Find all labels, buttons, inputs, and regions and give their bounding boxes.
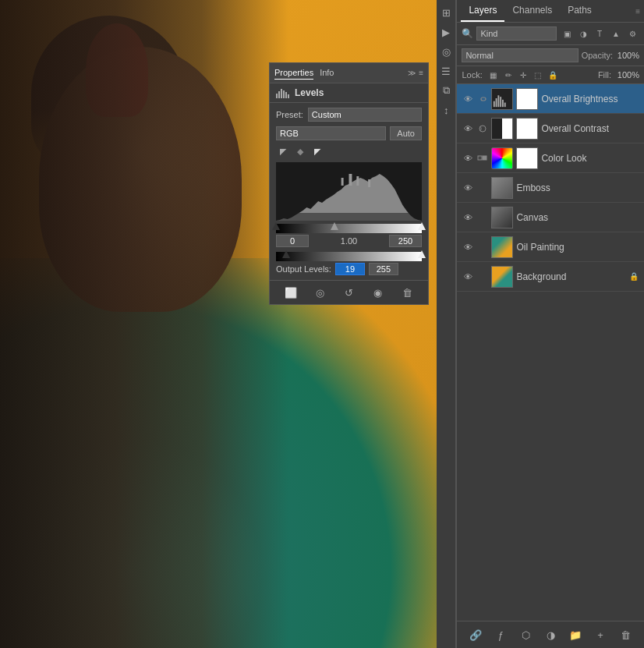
figure-dark-overlay [0,0,288,648]
input-slider-track[interactable] [276,224,422,233]
svg-rect-16 [501,97,502,107]
svg-rect-11 [276,213,422,221]
output-handles [276,252,422,261]
panels-icon-3[interactable]: ◎ [437,43,455,60]
opacity-value[interactable]: 100% [616,51,639,60]
panel-menu-icon[interactable]: ≡ [635,7,640,16]
panels-icon-4[interactable]: ☰ [437,62,455,80]
auto-button[interactable]: Auto [390,126,422,140]
add-mask-icon[interactable]: ⬡ [517,626,534,643]
link-layers-icon[interactable]: 🔗 [467,626,484,643]
input-white-field[interactable] [389,235,422,247]
tab-channels[interactable]: Channels [504,0,560,22]
layer-eye-oil-painting[interactable]: 👁 [462,241,474,253]
svg-rect-20 [478,156,482,160]
output-white-field[interactable] [369,263,398,275]
output-black-field[interactable] [335,263,365,275]
tab-layers[interactable]: Layers [461,0,504,22]
tab-properties[interactable]: Properties [274,66,313,80]
channel-row: RGB Auto [276,126,422,140]
black-handle[interactable] [272,222,280,230]
output-white-handle[interactable] [418,250,426,258]
layer-item-emboss[interactable]: 👁 Emboss [457,173,644,203]
output-black-handle[interactable] [282,250,290,258]
layer-eye-overall-contrast[interactable]: 👁 [462,122,474,135]
histogram-svg [276,162,422,221]
layer-thumb-oil-painting [491,236,513,258]
layer-eye-canvas[interactable]: 👁 [462,211,474,224]
layer-thumb-canvas [491,207,513,228]
blend-mode-select[interactable]: Normal [462,48,578,62]
view-previous-icon[interactable]: ◎ [312,285,327,300]
filter-pixel-icon[interactable]: ▣ [560,27,574,41]
properties-panel: Properties Info ≫ ≡ Levels [269,62,429,305]
panels-icon-5[interactable]: ⧉ [437,82,455,99]
lock-label: Lock: [462,70,482,80]
layer-eye-color-look[interactable]: 👁 [462,152,474,165]
lock-transparency-icon[interactable]: ▦ [487,69,500,81]
layer-styles-icon[interactable]: ƒ [492,626,509,643]
lock-all-icon[interactable]: 🔒 [547,69,559,81]
properties-panel-title: Levels [295,87,324,98]
fill-value[interactable]: 100% [616,70,639,80]
layer-eye-overall-brightness[interactable]: 👁 [462,93,474,105]
output-section: Output Levels: [276,252,422,275]
layer-name-color-look: Color Look [541,153,639,164]
layer-item-color-look[interactable]: 👁 Color Look [457,143,644,173]
layer-item-overall-contrast[interactable]: 👁 Overall Contrast [457,114,644,143]
layer-item-canvas[interactable]: 👁 Canvas [457,203,644,232]
tab-paths[interactable]: Paths [560,0,600,22]
menu-icon[interactable]: ≡ [419,69,423,77]
preset-label: Preset: [276,110,303,119]
reset-icon[interactable]: ↺ [341,285,356,300]
canvas-area: Properties Info ≫ ≡ Levels [0,0,437,648]
channel-select[interactable]: RGB [276,126,386,140]
layer-list: 👁 Overall Brightness [457,84,644,621]
svg-rect-13 [494,101,495,106]
toggle-visibility-icon[interactable]: ◉ [370,285,386,300]
new-group-icon[interactable]: 📁 [567,626,584,643]
delete-adjustment-icon[interactable]: 🗑 [399,285,415,300]
black-point-icon[interactable]: ◤ [276,144,290,158]
lock-artboard-icon[interactable]: ⬚ [532,69,544,81]
midtone-handle[interactable] [331,222,338,230]
tab-info[interactable]: Info [320,66,334,80]
preset-select[interactable]: Custom [308,108,422,122]
layer-name-overall-brightness: Overall Brightness [541,94,639,104]
layer-item-overall-brightness[interactable]: 👁 Overall Brightness [457,84,644,114]
layer-name-oil-painting: Oil Painting [516,242,639,253]
delete-layer-icon[interactable]: 🗑 [617,626,634,643]
layer-eye-background[interactable]: 👁 [462,271,474,283]
filter-smart-icon[interactable]: ⚙ [625,27,639,41]
clip-icon[interactable]: ⬜ [283,285,299,300]
lock-paint-icon[interactable]: ✏ [502,69,515,81]
new-adjustment-icon[interactable]: ◑ [542,626,559,643]
layers-bottom-toolbar: 🔗 ƒ ⬡ ◑ 📁 + 🗑 [457,621,644,648]
layer-item-background[interactable]: 👁 Background 🔒 [457,262,644,292]
output-gradient-bar[interactable] [276,252,422,261]
filter-shape-icon[interactable]: ▲ [609,27,623,41]
panels-icon-6[interactable]: ↕ [437,101,455,119]
opacity-label: Opacity: [582,51,613,60]
input-black-field[interactable] [276,235,309,247]
new-layer-icon[interactable]: + [592,626,609,643]
white-point-icon[interactable]: ◤ [310,144,324,158]
layer-thumb-color-look [491,147,513,169]
properties-body: Preset: Custom RGB Auto ◤ ◆ ◤ [270,103,428,280]
svg-rect-10 [368,179,370,187]
input-mid-display: 1.00 [333,236,366,246]
panels-icon-2[interactable]: ▶ [437,23,455,41]
filter-adjust-icon[interactable]: ◑ [576,27,590,41]
white-handle[interactable] [418,222,426,230]
lock-row: Lock: ▦ ✏ ✛ ⬚ 🔒 Fill: 100% [457,66,644,84]
expand-icon[interactable]: ≫ [408,69,416,77]
filter-select[interactable]: Kind [476,27,557,41]
lock-move-icon[interactable]: ✛ [517,69,529,81]
gray-point-icon[interactable]: ◆ [293,144,307,158]
layer-item-oil-painting[interactable]: 👁 Oil Painting [457,232,644,262]
filter-type-icon[interactable]: T [593,27,607,41]
layer-eye-emboss[interactable]: 👁 [462,182,474,194]
panels-icon-1[interactable]: ⊞ [437,4,455,21]
svg-rect-7 [341,178,344,186]
histogram-container [276,162,422,221]
